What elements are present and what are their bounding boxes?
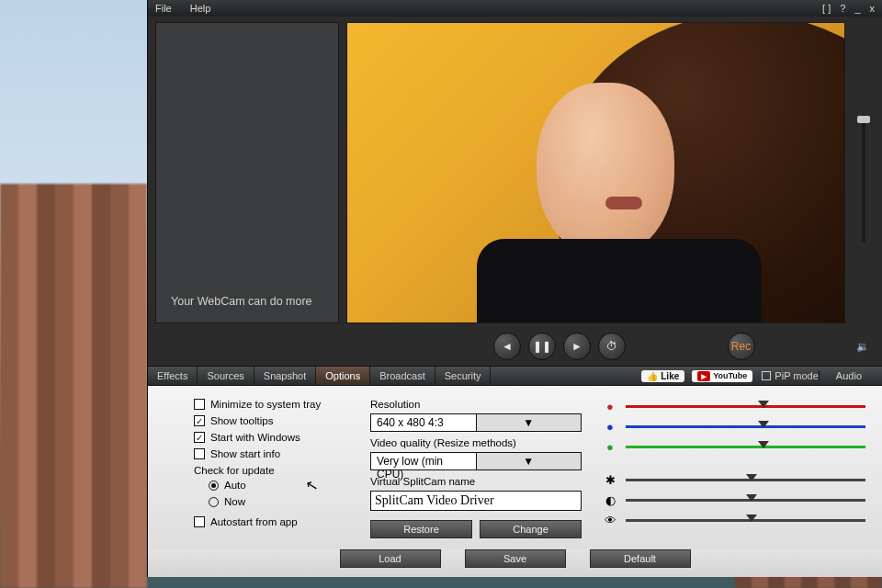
menu-help[interactable]: Help [190,3,211,14]
options-panel: Minimize to system tray ✓ Show tooltips … [148,386,882,549]
radio-icon [209,481,219,491]
virtual-name-input[interactable] [370,491,582,511]
youtube-icon: ► [697,371,710,381]
tab-broadcast[interactable]: Broadcast [370,367,435,385]
playback-bar: ◄ ❚❚ ► ⏱ Rec 🔉 [148,329,882,366]
pause-button[interactable]: ❚❚ [528,333,556,360]
red-dot-icon: ● [604,400,616,413]
tab-strip: Effects Sources Snapshot Options Broadca… [148,366,882,386]
like-chip[interactable]: 👍 Like [641,370,684,382]
side-promo-panel: Your WebCam can do more [155,22,339,323]
youtube-chip[interactable]: ► YouTube [692,370,752,382]
next-button[interactable]: ► [563,333,591,360]
checkbox-icon [194,399,205,410]
virtual-name-label: Virtual SplitCam name [370,476,582,487]
resolution-select[interactable]: 640 x 480 4:3 ▼ [370,413,582,432]
radio-update-auto[interactable]: Auto [209,480,348,491]
default-button[interactable]: Default [590,549,691,568]
record-label: Rec [731,340,751,353]
brightness-icon: ✱ [604,473,616,487]
video-quality-label: Video quality (Resize methods) [370,437,582,448]
checkbox-icon: ✓ [194,415,205,426]
radio-update-now[interactable]: Now [209,496,348,507]
chk-minimize-tray[interactable]: Minimize to system tray [194,399,348,410]
chevron-down-icon[interactable]: ▼ [476,453,582,469]
radio-icon [209,497,219,507]
slider-red[interactable]: ● [604,399,865,413]
load-button[interactable]: Load [340,549,441,568]
contrast-icon: ◐ [604,493,616,507]
restore-button[interactable]: Restore [370,520,472,538]
green-dot-icon: ● [604,440,616,454]
save-button[interactable]: Save [465,549,566,568]
timer-button[interactable]: ⏱ [598,333,626,360]
check-for-update-label: Check for update [194,465,348,476]
eye-icon: 👁 [604,514,616,527]
checkbox-icon: ✓ [194,432,205,443]
chevron-down-icon[interactable]: ▼ [476,414,582,431]
prev-button[interactable]: ◄ [493,333,521,360]
tab-snapshot[interactable]: Snapshot [254,367,316,385]
chk-show-tooltips[interactable]: ✓ Show tooltips [194,415,348,426]
tab-audio[interactable]: Audio [819,370,878,381]
tab-options[interactable]: Options [316,367,370,385]
window-brackets-button[interactable]: [ ] [822,3,831,14]
menu-bar: File Help [ ] ? _ x [148,0,882,17]
blue-dot-icon: ● [604,420,616,434]
window-close-button[interactable]: x [870,3,876,14]
prev-icon: ◄ [502,340,513,353]
resolution-label: Resolution [370,399,582,410]
chk-show-start-info[interactable]: Show start info [194,448,348,459]
pause-icon: ❚❚ [533,340,551,353]
slider-contrast[interactable]: ◐ [604,492,865,507]
menu-file[interactable]: File [155,3,172,14]
window-minimize-button[interactable]: _ [854,3,860,14]
preview-vertical-slider[interactable] [853,22,875,323]
checkbox-icon [762,371,771,380]
volume-icon[interactable]: 🔉 [856,341,875,353]
slider-eye[interactable]: 👁 [604,513,865,527]
tab-effects[interactable]: Effects [148,367,198,385]
window-help-button[interactable]: ? [840,3,845,14]
bottom-button-row: Load Save Default [148,549,882,577]
timer-icon: ⏱ [606,340,617,353]
thumbs-up-icon: 👍 [647,371,658,381]
chk-autostart-from-app[interactable]: Autostart from app [194,516,348,527]
splitcam-window: File Help [ ] ? _ x Your WebCam can do m… [147,0,882,577]
chk-start-with-windows[interactable]: ✓ Start with Windows [194,432,348,443]
checkbox-icon [194,516,205,527]
tab-security[interactable]: Security [435,367,492,385]
video-quality-select[interactable]: Very low (min CPU) ▼ [370,452,582,470]
tab-sources[interactable]: Sources [198,367,254,385]
slider-blue[interactable]: ● [604,419,865,434]
slider-green[interactable]: ● [604,439,865,454]
next-icon: ► [571,340,582,353]
promo-tagline: Your WebCam can do more [171,295,312,308]
change-button[interactable]: Change [480,520,582,538]
record-button[interactable]: Rec [728,333,755,360]
video-preview[interactable] [346,22,845,323]
checkbox-icon [194,448,205,459]
pip-mode-checkbox[interactable]: PiP mode [762,370,819,381]
slider-brightness[interactable]: ✱ [604,472,865,487]
